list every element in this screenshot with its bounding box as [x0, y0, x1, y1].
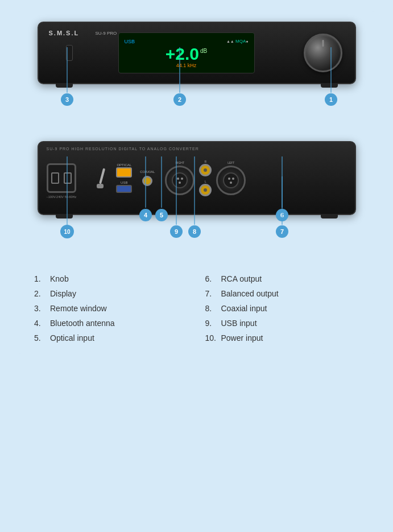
optical-label-tag: OPTICAL [117, 163, 131, 167]
display-format: ▲▲ MQA● [226, 39, 249, 44]
page-container: S.M.S.L SU-9 PRO USB ▲▲ MQA● +2.0 [11, 11, 382, 354]
rca-right-center [204, 168, 207, 172]
optical-usb-area: OPTICAL USB [116, 163, 132, 193]
legend-item-7: 7. Balanced output [205, 289, 359, 298]
pin3 [179, 182, 181, 184]
legend-text-10: Power input [221, 333, 263, 343]
optical-port [116, 167, 132, 178]
legend-text-9: USB input [221, 319, 257, 328]
prong-left [51, 172, 59, 184]
rca-left-center [204, 188, 207, 192]
voltage-text: ~100V-240V 50-60Hz [47, 195, 77, 199]
xlr-left-inner [223, 172, 239, 188]
svg-text:10: 10 [64, 229, 71, 235]
rca-left [199, 184, 212, 196]
svg-text:1: 1 [329, 96, 332, 103]
legend-num-3: 3. [34, 304, 47, 313]
legend-num-2: 2. [34, 289, 47, 298]
svg-text:3: 3 [65, 96, 68, 103]
legend-num-1: 1. [34, 274, 47, 283]
usb-label-tag: USB [121, 181, 127, 184]
back-panel: SU-9 PRO HIGH RESOLUTION DIGITAL TO ANAL… [38, 141, 356, 215]
legend-num-5: 5. [34, 333, 47, 343]
display-input: USB [125, 39, 135, 44]
coaxial-area: COAXIAL [140, 170, 155, 186]
legend-item-1: 1. Knob [34, 274, 188, 283]
legend-num-8: 8. [205, 304, 218, 313]
legend-num-7: 7. [205, 289, 218, 298]
svg-text:4: 4 [143, 212, 147, 218]
antenna-base [97, 184, 104, 188]
legend-item-10: 10. Power input [205, 333, 359, 343]
front-panel-wrapper: S.M.S.L SU-9 PRO USB ▲▲ MQA● +2.0 [32, 11, 362, 84]
legend-text-2: Display [50, 289, 76, 298]
xlr-right-area: RIGHT [165, 161, 195, 195]
legend-item-6: 6. RCA output [205, 274, 359, 283]
legend-num-9: 9. [205, 319, 218, 328]
legend-item-4: 4. Bluetooth antenna [34, 319, 188, 328]
diagram-section: S.M.S.L SU-9 PRO USB ▲▲ MQA● +2.0 [32, 11, 362, 261]
display-unit: dB [200, 48, 207, 54]
legend-item-5: 5. Optical input [34, 333, 188, 343]
legend-item-9: 9. USB input [205, 319, 359, 328]
svg-text:5: 5 [159, 212, 163, 218]
pin2l [232, 178, 234, 180]
pin2 [181, 178, 183, 180]
legend-text-1: Knob [50, 274, 69, 283]
legend-text-6: RCA output [221, 274, 262, 283]
rca-r-label: R [204, 160, 206, 163]
xlr-right [165, 166, 195, 195]
front-callout-svg: 3 2 1 [38, 81, 356, 127]
legend-item-3: 3. Remote window [34, 304, 188, 313]
xlr-right-inner [172, 172, 188, 188]
rca-right [199, 164, 212, 176]
pin3l [230, 182, 232, 184]
power-prongs [51, 172, 72, 184]
pin1l [228, 178, 230, 180]
svg-text:8: 8 [192, 228, 196, 235]
legend-num-6: 6. [205, 274, 218, 283]
coaxial-label-tag: COAXIAL [140, 170, 155, 174]
legend-section: 1. Knob 6. RCA output 2. Display 7. Bala… [11, 261, 382, 354]
legend-text-3: Remote window [50, 304, 107, 313]
legend-item-2: 2. Display [34, 289, 188, 298]
antenna-area [97, 168, 104, 188]
volume-knob[interactable] [304, 34, 342, 72]
brand-text: S.M.S.L [49, 30, 80, 36]
output-area: RIGHT [165, 160, 246, 196]
legend-num-4: 4. [34, 319, 47, 328]
svg-text:7: 7 [280, 228, 283, 235]
power-area: ~100V-240V 50-60Hz [47, 163, 77, 199]
xlr-left [216, 166, 246, 195]
antenna-stick [99, 168, 105, 184]
legend-item-8: 8. Coaxial input [205, 304, 359, 313]
back-callout-svg: 10 4 5 9 8 [38, 213, 356, 265]
back-label: SU-9 PRO HIGH RESOLUTION DIGITAL TO ANAL… [47, 147, 199, 151]
display-area: USB ▲▲ MQA● +2.0 dB 44.1 kHz [118, 32, 255, 73]
legend-text-8: Coaxial input [221, 304, 267, 313]
display-value: +2.0 [166, 46, 199, 63]
display-main-row: +2.0 dB [166, 46, 207, 63]
legend-text-7: Balanced output [221, 289, 279, 298]
xlr-left-area: LEFT [216, 161, 246, 195]
legend-text-5: Optical input [50, 333, 94, 343]
xlr-left-label: LEFT [227, 161, 234, 164]
usb-port [116, 185, 132, 193]
back-panel-wrapper: SU-9 PRO HIGH RESOLUTION DIGITAL TO ANAL… [32, 124, 362, 215]
rca-pair-area: R L [199, 160, 212, 196]
rca-l-label: L [205, 180, 206, 183]
svg-text:2: 2 [177, 96, 181, 103]
model-text: SU-9 PRO [96, 31, 117, 36]
legend-num-10: 10. [205, 333, 218, 343]
svg-text:9: 9 [174, 228, 177, 235]
coaxial-rca [142, 176, 152, 186]
power-socket [47, 163, 76, 193]
front-panel: S.M.S.L SU-9 PRO USB ▲▲ MQA● +2.0 [38, 22, 356, 84]
pin1 [177, 178, 179, 180]
xlr-right-label: RIGHT [175, 161, 184, 164]
legend-text-4: Bluetooth antenna [50, 319, 115, 328]
prong-right [64, 172, 72, 184]
